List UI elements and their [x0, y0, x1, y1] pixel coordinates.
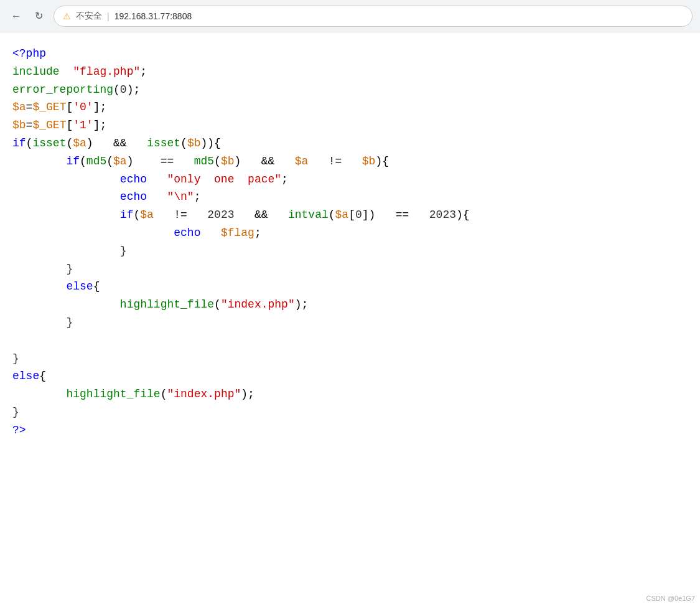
code-line-21: } — [12, 403, 688, 421]
back-button[interactable]: ← — [7, 7, 25, 25]
url-display: 192.168.31.77:8808 — [114, 11, 192, 21]
code-line-16: } — [12, 314, 688, 332]
code-line-3: error_reporting(0); — [12, 81, 688, 99]
code-line-18: } — [12, 350, 688, 368]
code-line-12: } — [12, 242, 688, 260]
code-line-19: else{ — [12, 367, 688, 385]
code-line-1: <?php — [12, 45, 688, 63]
refresh-button[interactable]: ↻ — [30, 7, 47, 25]
code-line-14: else{ — [12, 278, 688, 296]
code-line-2: include "flag.php"; — [12, 63, 688, 81]
code-line-22: ?> — [12, 421, 688, 440]
code-line-13: } — [12, 260, 688, 278]
warning-icon: ⚠ — [63, 11, 71, 21]
code-line-4: $a=$_GET['0']; — [12, 98, 688, 116]
code-line-8: echo "only one pace"; — [12, 171, 688, 189]
code-line-10: if($a != 2023 && intval($a[0]) == 2023){ — [12, 206, 688, 224]
url-divider: | — [107, 11, 110, 21]
code-line-5: $b=$_GET['1']; — [12, 116, 688, 134]
code-line-20: highlight_file("index.php"); — [12, 385, 688, 403]
browser-toolbar: ← ↻ ⚠ 不安全 | 192.168.31.77:8808 — [0, 0, 700, 32]
code-line-15: highlight_file("index.php"); — [12, 296, 688, 314]
code-line-17 — [12, 332, 688, 350]
address-bar[interactable]: ⚠ 不安全 | 192.168.31.77:8808 — [54, 6, 693, 27]
code-display: <?php include "flag.php"; error_reportin… — [0, 32, 700, 452]
watermark: CSDN @0e1G7 — [646, 595, 695, 602]
code-line-6: if(isset($a) && isset($b)){ — [12, 134, 688, 153]
code-line-11: echo $flag; — [12, 224, 688, 242]
code-line-9: echo "\n"; — [12, 188, 688, 206]
code-line-7: if(md5($a) == md5($b) && $a != $b){ — [12, 153, 688, 171]
nav-buttons: ← ↻ — [7, 7, 47, 25]
insecure-label: 不安全 — [76, 11, 102, 22]
